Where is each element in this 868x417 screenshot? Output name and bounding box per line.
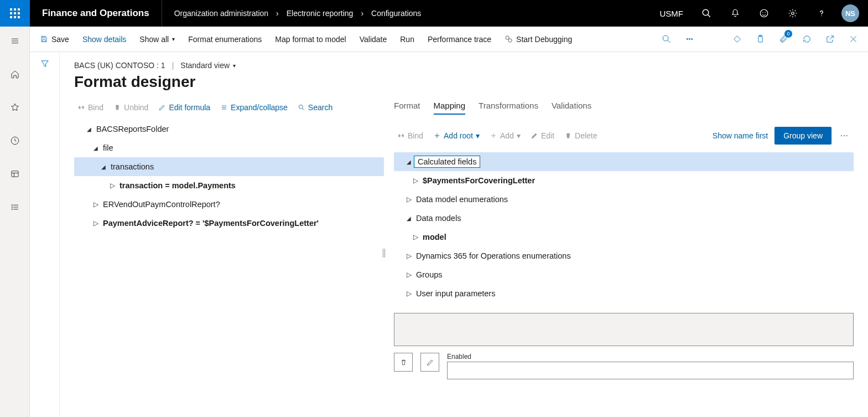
caret-icon[interactable]	[404, 195, 414, 203]
breadcrumb-item[interactable]: Configurations	[371, 9, 421, 18]
app-launcher-button[interactable]	[0, 0, 30, 27]
svg-point-30	[663, 35, 668, 41]
actionbar-diamond-button[interactable]	[726, 29, 747, 50]
caret-icon[interactable]	[91, 144, 101, 152]
map-format-button[interactable]: Map format to model	[269, 32, 351, 47]
add-button[interactable]: Add ▾	[486, 129, 524, 142]
bind-button[interactable]: Bind	[74, 101, 107, 114]
tree-row[interactable]: transaction = model.Payments	[74, 176, 384, 195]
tree-row[interactable]: Data model enumerations	[394, 190, 854, 209]
caret-icon[interactable]	[410, 177, 420, 184]
show-all-button[interactable]: Show all ▾	[134, 32, 180, 47]
detail-delete-button[interactable]	[394, 353, 413, 372]
tree-label: transactions	[108, 162, 154, 171]
tree-row[interactable]: Data models	[394, 209, 854, 228]
caret-icon[interactable]	[404, 158, 414, 166]
tree-row[interactable]: PaymentAdviceReport? = '$PaymentsForCove…	[74, 214, 384, 233]
actionbar-search-button[interactable]	[656, 29, 677, 50]
delete-button[interactable]: Delete	[561, 129, 600, 142]
svg-line-10	[708, 14, 710, 17]
detail-textarea[interactable]	[394, 313, 854, 346]
tree-row[interactable]: $PaymentsForCoveringLetter	[394, 171, 854, 190]
tree-row-selected[interactable]: Calculated fields	[394, 152, 854, 171]
nav-favorites-button[interactable]	[0, 96, 30, 119]
caret-icon[interactable]	[107, 182, 117, 189]
tab-mapping[interactable]: Mapping	[434, 101, 466, 115]
svg-point-13	[765, 12, 766, 13]
unbind-button[interactable]: Unbind	[110, 101, 152, 114]
nav-recent-button[interactable]	[0, 130, 30, 152]
waffle-icon	[10, 8, 20, 18]
tree-row[interactable]: ERVendOutPaymControlReport?	[74, 195, 384, 214]
hamburger-icon	[10, 36, 20, 46]
view-selector[interactable]: Standard view ▾	[180, 61, 236, 70]
actionbar-more-button[interactable]	[679, 29, 700, 50]
more-button[interactable]: ⋯	[835, 128, 854, 143]
crumb-separator: |	[172, 61, 174, 70]
caret-icon[interactable]	[91, 219, 101, 227]
company-label[interactable]: USMF	[652, 9, 692, 18]
breadcrumb-item[interactable]: Organization administration	[174, 9, 268, 18]
notifications-button[interactable]	[722, 0, 749, 27]
actionbar-popout-button[interactable]	[819, 29, 840, 50]
nav-modules-button[interactable]	[0, 196, 30, 218]
validate-button[interactable]: Validate	[354, 32, 393, 47]
tab-transformations[interactable]: Transformations	[479, 101, 538, 115]
tree-row[interactable]: BACSReportsFolder	[74, 120, 384, 138]
start-debugging-button[interactable]: Start Debugging	[499, 32, 578, 47]
run-button[interactable]: Run	[394, 32, 420, 47]
tab-validations[interactable]: Validations	[552, 101, 591, 115]
settings-button[interactable]	[779, 0, 806, 27]
detail-edit-button[interactable]	[420, 353, 439, 372]
splitter-handle[interactable]	[381, 245, 387, 261]
nav-home-button[interactable]	[0, 63, 30, 85]
tree-row[interactable]: model	[394, 228, 854, 246]
search-icon	[701, 8, 711, 18]
edit-formula-button[interactable]: Edit formula	[155, 101, 214, 114]
save-button[interactable]: Save	[34, 32, 75, 47]
svg-rect-2	[18, 8, 20, 11]
actionbar-attachments-button[interactable]: 0	[773, 29, 794, 50]
caret-icon[interactable]	[84, 125, 94, 133]
tree-row[interactable]: Groups	[394, 265, 854, 284]
tree-row[interactable]: User input parameters	[394, 284, 854, 303]
help-button[interactable]	[808, 0, 835, 27]
caret-icon[interactable]	[404, 214, 414, 222]
tree-row-selected[interactable]: transactions	[74, 157, 384, 176]
actionbar-refresh-button[interactable]	[796, 29, 817, 50]
format-enumerations-button[interactable]: Format enumerations	[183, 32, 267, 47]
search-button[interactable]: Search	[294, 101, 336, 114]
perf-trace-label: Performance trace	[428, 35, 491, 44]
group-view-button[interactable]: Group view	[775, 127, 831, 145]
search-button[interactable]	[693, 0, 720, 27]
actionbar-clipboard-button[interactable]	[750, 29, 771, 50]
edit-button[interactable]: Edit	[527, 129, 558, 142]
caret-icon[interactable]	[404, 290, 414, 297]
gear-icon	[788, 8, 798, 18]
tree-row[interactable]: file	[74, 138, 384, 157]
filter-button[interactable]	[40, 59, 50, 71]
show-details-button[interactable]: Show details	[77, 32, 132, 47]
tree-label: Groups	[414, 270, 443, 279]
show-name-first-button[interactable]: Show name first	[709, 129, 771, 142]
tab-format[interactable]: Format	[394, 101, 420, 115]
expand-collapse-button[interactable]: Expand/collapse	[217, 101, 291, 114]
user-avatar[interactable]: NS	[841, 4, 859, 22]
svg-line-31	[667, 40, 669, 43]
feedback-button[interactable]	[751, 0, 777, 27]
caret-icon[interactable]	[98, 163, 108, 171]
actionbar-close-button[interactable]	[843, 29, 864, 50]
bind-button-right[interactable]: Bind	[394, 129, 427, 142]
nav-workspaces-button[interactable]	[0, 163, 30, 185]
nav-expand-button[interactable]	[0, 30, 30, 52]
caret-icon[interactable]	[410, 233, 420, 241]
enabled-input[interactable]	[447, 362, 854, 379]
performance-trace-button[interactable]: Performance trace	[422, 32, 497, 47]
tree-row[interactable]: Dynamics 365 for Operations enumerations	[394, 246, 854, 265]
caret-icon[interactable]	[404, 252, 414, 260]
add-root-button[interactable]: Add root ▾	[430, 129, 483, 142]
breadcrumb-item[interactable]: Electronic reporting	[287, 9, 354, 18]
caret-icon[interactable]	[404, 271, 414, 279]
caret-icon[interactable]	[91, 200, 101, 208]
chevron-right-icon: ›	[276, 9, 279, 18]
